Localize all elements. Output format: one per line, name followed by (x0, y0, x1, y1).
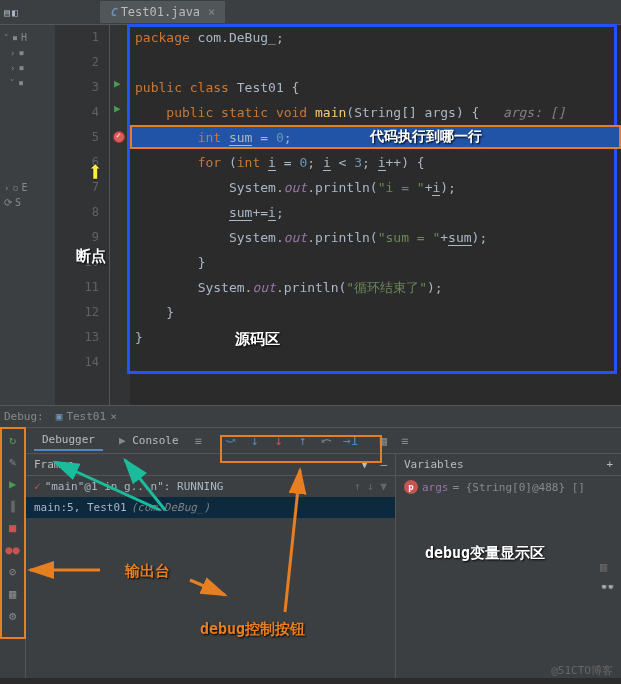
file-tab-label: Test01.java (121, 5, 200, 19)
step-over-icon[interactable]: ⤻ (220, 431, 242, 451)
debug-run-icon: ▣ (56, 410, 63, 423)
watches-icon[interactable]: 👓 (600, 580, 615, 594)
project-tool-icon[interactable]: ▤ (4, 7, 10, 18)
modify-run-button[interactable]: ✎ (5, 454, 21, 470)
run-to-cursor-icon[interactable]: →I (340, 431, 362, 451)
rerun-button[interactable]: ↻ (5, 432, 21, 448)
add-icon[interactable]: — (380, 458, 387, 471)
close-debug-tab-icon[interactable]: × (110, 410, 117, 423)
filter-icon[interactable]: ▼ (361, 458, 368, 471)
close-tab-icon[interactable]: × (208, 5, 215, 19)
drop-frame-icon[interactable]: ⤺ (316, 431, 338, 451)
threads-icon[interactable]: ≡ (195, 434, 202, 448)
code-editor[interactable]: package com.DeBug_; public class Test01 … (130, 25, 621, 405)
debug-config-name[interactable]: Test01 (66, 410, 106, 423)
run-method-icon[interactable]: ▶ (114, 102, 121, 115)
step-into-icon[interactable]: ↓ (244, 431, 266, 451)
debug-title: Debug: (4, 410, 44, 423)
debug-tabs: Debugger ▶ Console ≡ ⤻ ↓ ↓ ↑ ⤺ →I ▦ ≡ (26, 428, 621, 454)
main-area: ˅▪ H ›▪ ›▪ ˅▪ ›▫ E ⟳ S 12345678910111213… (0, 25, 621, 405)
line-number-gutter: 1234567891011121314 (55, 25, 110, 405)
step-out-icon[interactable]: ↑ (292, 431, 314, 451)
debug-header: Debug: ▣ Test01 × (0, 406, 621, 428)
debug-content: Debugger ▶ Console ≡ ⤻ ↓ ↓ ↑ ⤺ →I ▦ ≡ Fr… (26, 428, 621, 678)
frames-header: Frames ▼ — (26, 454, 395, 476)
thread-row[interactable]: ✓ "main"@1 in g...n": RUNNING ↑ ↓ ▼ (26, 476, 395, 497)
debug-panel: Debug: ▣ Test01 × ↻ ✎ ▶ ∥ ■ ●● ⊘ ▦ ⚙ Deb… (0, 405, 621, 678)
breakpoint-icon[interactable] (113, 131, 125, 143)
tab-debugger[interactable]: Debugger (34, 430, 103, 451)
debug-sidebar: ↻ ✎ ▶ ∥ ■ ●● ⊘ ▦ ⚙ (0, 428, 26, 678)
force-step-into-icon[interactable]: ↓ (268, 431, 290, 451)
project-tree[interactable]: ˅▪ H ›▪ ›▪ ˅▪ ›▫ E ⟳ S (0, 25, 55, 405)
watermark: @51CTO博客 (551, 663, 613, 678)
java-file-icon: C (110, 6, 117, 19)
editor-tab-bar: ▤ ◧ C Test01.java × (0, 0, 621, 25)
step-buttons: ⤻ ↓ ↓ ↑ ⤺ →I (220, 431, 362, 451)
file-tab-test01[interactable]: C Test01.java × (100, 1, 225, 23)
settings-button[interactable]: ⚙ (5, 608, 21, 624)
dump-button[interactable]: ▦ (5, 586, 21, 602)
memory-icon[interactable]: ▦ (600, 560, 615, 574)
debug-main: ↻ ✎ ▶ ∥ ■ ●● ⊘ ▦ ⚙ Debugger ▶ Console ≡ … (0, 428, 621, 678)
run-class-icon[interactable]: ▶ (114, 77, 121, 90)
view-breakpoints-button[interactable]: ●● (5, 542, 21, 558)
stop-button[interactable]: ■ (5, 520, 21, 536)
param-badge-icon: p (404, 480, 418, 494)
gutter-icons: ▶ ▶ (110, 25, 130, 405)
frames-panel: Frames ▼ — ✓ "main"@1 in g...n": RUNNING… (26, 454, 396, 678)
add-watch-icon[interactable]: + (606, 458, 613, 471)
tab-console[interactable]: ▶ Console (111, 431, 187, 450)
variables-header: Variables + (396, 454, 621, 476)
resume-button[interactable]: ▶ (5, 476, 21, 492)
variable-row[interactable]: p args = {String[0]@488} [] (396, 476, 621, 498)
evaluate-expression-icon[interactable]: ▦ (380, 434, 387, 448)
more-icon[interactable]: ≡ (401, 434, 408, 448)
variables-panel: Variables + p args = {String[0]@488} [] … (396, 454, 621, 678)
stack-frame-row[interactable]: main:5, Test01 (com.DeBug_) (26, 497, 395, 518)
collapse-icon[interactable]: ◧ (12, 7, 18, 18)
mute-breakpoints-button[interactable]: ⊘ (5, 564, 21, 580)
pause-button[interactable]: ∥ (5, 498, 21, 514)
debug-body: Frames ▼ — ✓ "main"@1 in g...n": RUNNING… (26, 454, 621, 678)
yellow-arrow-icon: ⬆ (87, 155, 104, 188)
